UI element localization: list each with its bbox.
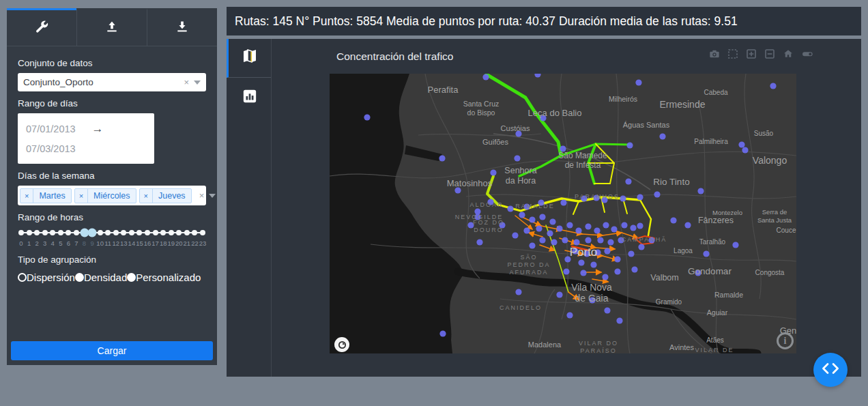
route-point[interactable]: [742, 147, 748, 153]
toggle-icon[interactable]: [801, 48, 815, 59]
route-point[interactable]: [620, 195, 626, 201]
radio-densidad[interactable]: Densidad: [75, 272, 127, 283]
route-point[interactable]: [621, 222, 627, 228]
slider-dot[interactable]: [145, 230, 150, 235]
route-point[interactable]: [439, 155, 445, 161]
tab-settings[interactable]: [7, 8, 76, 46]
code-fab-button[interactable]: [813, 353, 848, 387]
radio-circle-icon[interactable]: [18, 273, 27, 282]
route-point[interactable]: [556, 291, 562, 298]
route-point[interactable]: [523, 227, 530, 233]
radio-circle-icon[interactable]: [75, 273, 84, 282]
route-point[interactable]: [594, 227, 600, 233]
route-point[interactable]: [625, 178, 631, 184]
route-point[interactable]: [515, 289, 521, 295]
route-point[interactable]: [738, 141, 744, 147]
route-point[interactable]: [626, 142, 633, 148]
route-point[interactable]: [364, 114, 370, 120]
slider-dot[interactable]: [153, 230, 158, 235]
slider-dot[interactable]: [105, 230, 111, 235]
route-point[interactable]: [770, 83, 776, 89]
weekday-tag[interactable]: ×Martes: [20, 188, 72, 203]
route-point[interactable]: [684, 222, 691, 228]
weekday-multiselect[interactable]: ×Martes×Miércoles×Jueves ×: [18, 186, 206, 205]
weekday-tag[interactable]: ×Jueves: [139, 188, 192, 203]
route-point[interactable]: [635, 79, 641, 85]
map-canvas[interactable]: PerafitaSanta Cruzdo BispoLeça do BalioC…: [330, 74, 796, 353]
route-point[interactable]: [580, 270, 586, 276]
slider-dot[interactable]: [50, 230, 55, 235]
tag-remove-icon[interactable]: ×: [140, 189, 153, 203]
route-point[interactable]: [556, 225, 562, 231]
radio-circle-icon[interactable]: [127, 273, 136, 282]
slider-dot[interactable]: [200, 230, 205, 235]
route-point[interactable]: [529, 216, 535, 222]
route-point[interactable]: [607, 239, 613, 245]
route-point[interactable]: [539, 237, 545, 243]
date-end-value[interactable]: 07/03/2013: [26, 143, 76, 154]
route-point[interactable]: [560, 199, 566, 205]
slider-dot[interactable]: [169, 230, 174, 235]
slider-dot[interactable]: [66, 230, 71, 235]
route-point[interactable]: [611, 226, 617, 232]
route-point[interactable]: [590, 261, 596, 267]
route-point[interactable]: [490, 169, 496, 175]
route-point[interactable]: [614, 256, 620, 262]
load-button[interactable]: Cargar: [11, 341, 213, 360]
route-point[interactable]: [654, 191, 660, 197]
route-point[interactable]: [603, 222, 609, 228]
chevron-down-icon[interactable]: [209, 194, 216, 198]
tab-upload[interactable]: [76, 8, 147, 46]
route-point[interactable]: [514, 155, 520, 161]
box-select-icon[interactable]: [727, 48, 738, 59]
weekdays-clear-icon[interactable]: ×: [194, 190, 209, 201]
route-point[interactable]: [604, 307, 610, 313]
slider-dot[interactable]: [74, 230, 79, 235]
route-point[interactable]: [507, 205, 513, 212]
rail-tab-chart[interactable]: [227, 78, 271, 117]
route-point[interactable]: [482, 74, 489, 80]
date-range-input[interactable]: 07/01/2013 → 07/03/2013: [18, 113, 154, 164]
route-point[interactable]: [539, 214, 545, 220]
route-point[interactable]: [670, 217, 676, 223]
slider-handle[interactable]: [88, 229, 97, 237]
route-point[interactable]: [585, 237, 591, 243]
slider-dot[interactable]: [176, 230, 182, 235]
route-point[interactable]: [566, 312, 573, 318]
date-start-value[interactable]: 07/01/2013: [26, 124, 76, 134]
slider-dot[interactable]: [192, 230, 197, 235]
route-point[interactable]: [630, 224, 636, 231]
route-point[interactable]: [563, 268, 569, 274]
map-canvas-svg[interactable]: PerafitaSanta Cruzdo BispoLeça do BalioC…: [330, 74, 796, 353]
weekday-tag[interactable]: ×Miércoles: [74, 188, 136, 203]
tag-remove-icon[interactable]: ×: [20, 189, 33, 203]
chevron-down-icon[interactable]: [194, 81, 201, 85]
slider-dot[interactable]: [113, 230, 119, 235]
slider-dot[interactable]: [121, 230, 126, 235]
slider-dot[interactable]: [160, 230, 166, 235]
route-point[interactable]: [512, 232, 518, 238]
info-button[interactable]: i: [777, 332, 794, 349]
route-point[interactable]: [637, 194, 643, 200]
route-point[interactable]: [566, 222, 573, 228]
route-point[interactable]: [659, 133, 665, 139]
camera-icon[interactable]: [709, 48, 720, 59]
route-point[interactable]: [614, 268, 620, 274]
map-compass-control[interactable]: [334, 337, 349, 352]
route-point[interactable]: [697, 188, 704, 194]
slider-dot[interactable]: [34, 230, 40, 235]
route-point[interactable]: [597, 237, 603, 243]
route-point[interactable]: [631, 266, 637, 272]
route-point[interactable]: [604, 248, 610, 254]
rail-tab-map[interactable]: [227, 39, 271, 78]
route-point[interactable]: [638, 244, 644, 250]
zoom-out-icon[interactable]: [764, 48, 775, 59]
zoom-in-icon[interactable]: [746, 48, 757, 59]
route-point[interactable]: [476, 239, 482, 245]
slider-dot[interactable]: [18, 230, 24, 235]
route-point[interactable]: [585, 223, 591, 229]
route-point[interactable]: [575, 227, 581, 233]
slider-dot[interactable]: [184, 230, 190, 235]
route-point[interactable]: [637, 222, 643, 229]
route-point[interactable]: [562, 237, 568, 243]
